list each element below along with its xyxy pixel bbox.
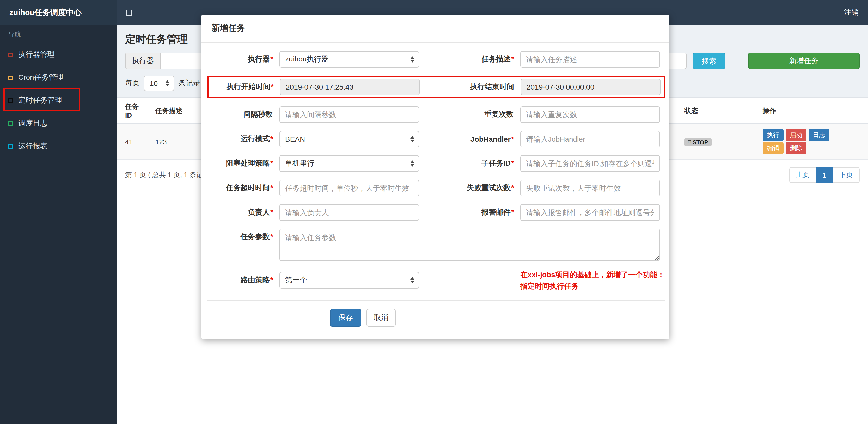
cancel-button[interactable]: 取消 [367, 309, 396, 327]
brand-title: zuihou任务调度中心 [0, 0, 117, 25]
green-square-icon [8, 121, 13, 126]
select-caret-icon [410, 136, 414, 142]
save-button[interactable]: 保存 [330, 309, 361, 327]
select-caret-icon [410, 56, 414, 63]
delete-button[interactable]: 删除 [786, 142, 806, 154]
sidebar: 导航 执行器管理 Cron任务管理 定时任务管理 调度日志 运行报表 [0, 25, 117, 424]
per-page-prefix: 每页 [125, 79, 140, 88]
child-job-input[interactable] [520, 155, 660, 172]
pagination-info: 第 1 页 ( 总共 1 页, 1 条记录 ) [125, 170, 214, 180]
stop-square-icon: □ [688, 140, 691, 144]
cell-task-id: 41 [117, 124, 150, 160]
action-row-1: 执行 启动 日志 [763, 129, 863, 141]
execute-button[interactable]: 执行 [763, 129, 783, 141]
sidebar-item-label: 执行器管理 [18, 50, 55, 59]
modal-body: 执行器* zuihou执行器 任务描述* 执行开始时间* 执行结束时间 间隔秒数 [201, 43, 670, 300]
fail-retry-input[interactable] [520, 180, 660, 196]
red-square-icon [8, 52, 13, 57]
select-caret-icon [165, 80, 169, 87]
child-job-label: 子任务ID* [425, 159, 514, 168]
alarm-email-label: 报警邮件* [425, 208, 514, 217]
select-caret-icon [410, 160, 414, 167]
edit-button[interactable]: 编辑 [763, 142, 783, 154]
job-handler-input[interactable] [520, 131, 660, 148]
job-desc-input[interactable] [520, 51, 660, 68]
job-param-textarea[interactable] [279, 229, 660, 261]
next-page-button[interactable]: 下页 [833, 167, 860, 183]
block-strategy-select[interactable]: 单机串行 [279, 155, 419, 172]
timeout-label: 任务超时时间* [212, 183, 273, 193]
app-root: zuihou任务调度中心 注销 导航 执行器管理 Cron任务管理 定时任务管理… [0, 0, 868, 424]
block-strategy-label: 阻塞处理策略* [212, 159, 273, 168]
end-time-input[interactable] [521, 79, 660, 95]
header-actions: 操作 [757, 98, 868, 124]
action-row-2: 编辑 删除 [763, 142, 863, 154]
interval-label: 间隔秒数 [212, 110, 273, 119]
dark-square-icon [8, 98, 13, 103]
fail-retry-label: 失败重试次数* [425, 183, 514, 193]
owner-label: 负责人* [212, 208, 273, 217]
teal-square-icon [8, 144, 13, 149]
alarm-email-input[interactable] [520, 204, 660, 221]
repeat-label: 重复次数 [425, 110, 514, 119]
logout-link[interactable]: 注销 [844, 8, 868, 17]
header-status: 状态 [679, 98, 757, 124]
sidebar-item-cron-task[interactable]: Cron任务管理 [0, 66, 117, 89]
interval-input[interactable] [279, 106, 419, 123]
run-mode-label: 运行模式* [212, 134, 273, 144]
sidebar-item-timed-task[interactable]: 定时任务管理 [0, 89, 117, 112]
sidebar-item-label: 定时任务管理 [18, 96, 62, 105]
log-button[interactable]: 日志 [809, 129, 830, 141]
sidebar-item-label: 运行报表 [18, 142, 48, 151]
sidebar-toggle-icon[interactable] [126, 10, 132, 15]
search-button[interactable]: 搜索 [693, 53, 725, 69]
job-handler-label: JobHandler* [425, 135, 514, 143]
repeat-input[interactable] [520, 106, 660, 123]
owner-input[interactable] [279, 204, 419, 221]
per-page-suffix: 条记录 [178, 79, 200, 88]
route-strategy-select[interactable]: 第一个 [279, 272, 419, 289]
timeout-input[interactable] [279, 180, 419, 196]
executor-select[interactable]: zuihou执行器 [279, 51, 419, 68]
run-mode-select[interactable]: BEAN [279, 131, 419, 148]
sidebar-nav-label: 导航 [0, 25, 117, 43]
header-task-id: 任务ID [117, 98, 150, 124]
sidebar-item-dispatch-log[interactable]: 调度日志 [0, 112, 117, 135]
modal-footer: 保存 取消 [201, 300, 524, 339]
end-time-label: 执行结束时间 [426, 82, 515, 92]
per-page-select[interactable]: 10 [144, 75, 174, 91]
start-button[interactable]: 启动 [786, 129, 806, 141]
annotation-box-time-row: 执行开始时间* 执行结束时间 [208, 75, 665, 98]
add-task-button[interactable]: 新增任务 [748, 53, 860, 69]
modal-title: 新增任务 [201, 14, 670, 43]
select-caret-icon [410, 278, 414, 284]
per-page-value: 10 [150, 79, 158, 88]
sidebar-item-executor-manage[interactable]: 执行器管理 [0, 43, 117, 66]
sidebar-item-label: 调度日志 [18, 119, 48, 128]
add-task-modal: 新增任务 执行器* zuihou执行器 任务描述* 执行开始时间* 执行结束时间 [201, 14, 670, 339]
job-desc-label: 任务描述* [425, 55, 514, 64]
start-time-label: 执行开始时间* [212, 82, 274, 92]
job-param-label: 任务参数* [212, 229, 273, 242]
sidebar-item-run-report[interactable]: 运行报表 [0, 135, 117, 158]
executor-label: 执行器* [212, 55, 273, 64]
start-time-input[interactable] [280, 79, 420, 95]
current-page-button[interactable]: 1 [816, 167, 833, 183]
pagination: 上页 1 下页 [789, 167, 860, 183]
executor-filter-label: 执行器 [125, 53, 160, 69]
status-badge: □ STOP [684, 138, 712, 146]
route-strategy-label: 路由策略* [212, 276, 273, 285]
orange-square-icon [8, 75, 13, 80]
prev-page-button[interactable]: 上页 [789, 167, 816, 183]
modal-note-text: 在xxl-jobs项目的基础上，新增了一个功能： 指定时间执行任务 [520, 269, 660, 292]
sidebar-item-label: Cron任务管理 [18, 73, 63, 82]
